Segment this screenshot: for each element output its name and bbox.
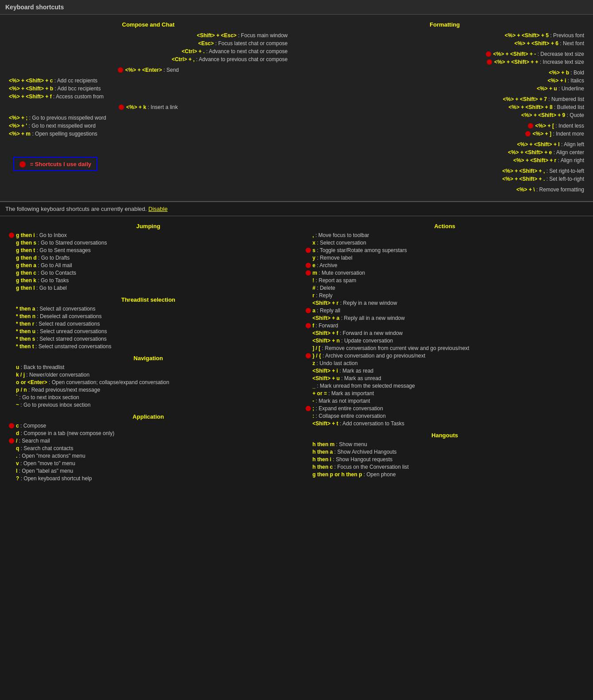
shortcut-ltr: <%> + <Shift> + . : Set left-to-right [306,176,585,182]
daily-dot-forward [306,323,311,328]
action-reply-all-new-window: <Shift> + a : Reply all in a new window [306,315,585,321]
nav-prev-inbox: ~ : Go to previous inbox section [9,402,288,408]
shortcut-indent-more: <%> + ] : Indent more [306,131,585,137]
action-expand-conv: ; : Expand entire conversation [306,405,585,412]
action-mark-unread-from: _ : Mark unread from the selected messag… [306,383,585,389]
action-update-conv: <Shift> + n : Update conversation [306,338,585,344]
app-move-to: v : Open "move to" menu [9,460,288,467]
action-mark-read: <Shift> + i : Mark as read [306,368,585,374]
daily-dot-reply-all [306,308,311,313]
nav-back: u : Back to threadlist [9,364,288,370]
shortcut-ctrl-dot: <Ctrl> + . : Advance to next chat or com… [9,48,288,54]
threadlist-section: Threadlist selection * then a : Select a… [9,296,288,350]
shortcut-bcc: <%> + <Shift> + b : Add bcc recipients [9,86,288,92]
shortcut-next-misspell: <%> + ' : Go to next misspelled word [9,123,288,129]
daily-dot-send [118,67,123,73]
app-search: / : Search mail [9,438,288,444]
daily-dot-archive [306,263,311,268]
jumping-title: Jumping [9,223,288,229]
shortcut-align-center: <%> + <Shift> + e : Align center [306,149,585,156]
daily-dot-increase [487,59,492,65]
daily-dot-star [306,248,311,253]
shortcut-remove-formatting: <%> + \ : Remove formatting [306,187,585,193]
daily-dot-expand [306,406,311,411]
legend-text: = Shortcuts I use daily [30,161,91,167]
navigation-section: Navigation u : Back to threadlist k / j … [9,355,288,408]
thread-select-all: * then a : Select all conversations [9,306,288,312]
nav-next-inbox: ` : Go to next inbox section [9,394,288,401]
header-bar: Keyboard shortcuts [0,0,593,15]
compose-chat-col: Compose and Chat <Shift> + <Esc> : Focus… [9,21,297,194]
jumping-section: Jumping g then i : Go to Inbox g then s … [9,223,288,291]
hangouts-title: Hangouts [306,432,585,439]
shortcut-insert-link: <%> + k : Insert a link [9,104,288,110]
action-collapse-conv: : : Collapse entire conversation [306,413,585,419]
shortcut-next-font: <%> + <Shift> + 6 : Next font [306,40,585,47]
disable-link[interactable]: Disable [148,206,167,212]
action-toggle-star: s : Toggle star/Rotate among superstars [306,247,585,253]
thread-select-starred: * then s : Select starred conversations [9,336,288,342]
action-forward: f : Forward [306,323,585,329]
action-forward-new-window: <Shift> + f : Forward in a new window [306,330,585,336]
nav-newer-older: k / j : Newer/older conversation [9,372,288,378]
action-remove-prev-next: ] / [ : Remove conversation from current… [306,345,585,351]
shortcut-prev-misspell: <%> + ; : Go to previous misspelled word [9,115,288,121]
bottom-section: Jumping g then i : Go to Inbox g then s … [0,216,593,494]
thread-select-unstarred: * then t : Select unstarred conversation… [9,343,288,350]
hangout-archived: h then a : Show Archived Hangouts [306,449,585,455]
thread-select-unread: * then u : Select unread conversations [9,328,288,334]
shortcut-custom-from: <%> + <Shift> + f : Access custom from [9,93,288,100]
application-title: Application [9,413,288,420]
shortcut-bold: <%> + b : Bold [306,70,585,76]
hangouts-section: Hangouts h then m : Show menu h then a :… [306,432,585,478]
threadlist-title: Threadlist selection [9,296,288,303]
legend-box: = Shortcuts I use daily [13,157,97,171]
action-reply-all: a : Reply all [306,307,585,314]
action-archive: e : Archive [306,262,585,268]
action-mute: m : Mute conversation [306,270,585,276]
legend-dot [19,161,26,167]
shortcut-decrease-size: <%> + <Shift> + - : Decrease text size [306,51,585,57]
nav-prev-next: p / n : Read previous/next message [9,387,288,393]
action-undo: z : Undo last action [306,360,585,366]
app-keyboard-help: ? : Open keyboard shortcut help [9,475,288,482]
jump-contacts: g then c : Go to Contacts [9,270,288,276]
action-mark-important: + or = : Mark as important [306,390,585,397]
formatting-col: Formatting <%> + <Shift> + 5 : Previous … [297,21,585,194]
action-delete: # : Delete [306,285,585,291]
jump-drafts: g then d : Go to Drafts [9,255,288,261]
app-search-chat: q : Search chat contacts [9,445,288,451]
shortcut-align-right: <%> + <Shift> + r : Align right [306,157,585,163]
app-compose: c : Compose [9,423,288,429]
right-col: Actions , : Move focus to toolbar x : Se… [297,223,585,487]
jump-allmail: g then a : Go to All mail [9,262,288,268]
shortcut-spelling-suggestions: <%> + m : Open spelling suggestions [9,131,288,137]
action-reply-new-window: <Shift> + r : Reply in a new window [306,300,585,306]
enabled-bar: The following keyboard shortcuts are cur… [0,202,593,216]
app-compose-tab: d : Compose in a tab (new compose only) [9,430,288,436]
action-focus-toolbar: , : Move focus to toolbar [306,232,585,238]
shortcut-quote: <%> + <Shift> + 9 : Quote [306,112,585,118]
hangout-conv-list: h then c : Focus on the Conversation lis… [306,464,585,470]
daily-dot-compose [9,423,14,428]
navigation-title: Navigation [9,355,288,362]
actions-title: Actions [306,223,585,229]
daily-dot-link [119,105,124,110]
action-mark-not-important: - : Mark as not important [306,398,585,404]
application-section: Application c : Compose d : Compose in a… [9,413,288,482]
daily-dot-mute [306,270,311,276]
shortcut-align-left: <%> + <Shift> + l : Align left [306,141,585,148]
jump-tasks: g then k : Go to Tasks [9,277,288,284]
daily-dot-search [9,438,14,443]
nav-open: o or <Enter> : Open conversation; collap… [9,379,288,385]
app-more-actions: . : Open "more actions" menu [9,453,288,459]
hangout-show-menu: h then m : Show menu [306,441,585,447]
shortcut-prev-font: <%> + <Shift> + 5 : Previous font [306,32,585,39]
enabled-text: The following keyboard shortcuts are cur… [5,206,147,212]
shortcut-bulleted-list: <%> + <Shift> + 8 : Bulleted list [306,104,585,110]
hangout-requests: h then i : Show Hangout requests [306,456,585,463]
top-section: Compose and Chat <Shift> + <Esc> : Focus… [0,15,593,202]
jump-sent: g then t : Go to Sent messages [9,247,288,253]
jump-label: g then l : Go to Label [9,285,288,291]
shortcut-ctrl-comma: <Ctrl> + , : Advance to previous chat or… [9,56,288,62]
